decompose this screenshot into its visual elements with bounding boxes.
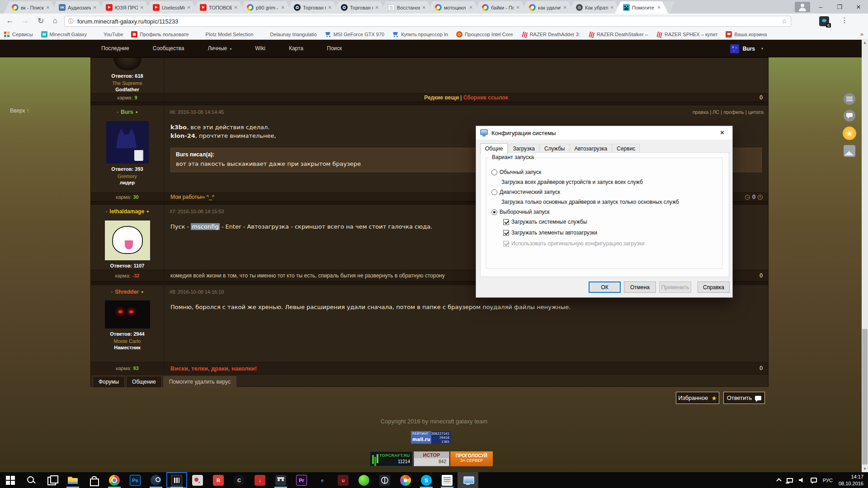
- taskbar-explorer-icon[interactable]: [62, 472, 83, 488]
- thumb-down-icon[interactable]: −: [745, 195, 750, 200]
- taskbar-edge-icon[interactable]: e: [312, 472, 333, 488]
- post-author-name[interactable]: lethaldamage: [109, 208, 144, 215]
- checkbox-load-services[interactable]: [503, 219, 509, 225]
- tab-close-icon[interactable]: ✕: [610, 5, 614, 10]
- browser-tab[interactable]: Торговая п✕: [333, 1, 386, 14]
- tab-general[interactable]: Общие: [480, 143, 508, 154]
- taskbar-taskview-icon[interactable]: [42, 472, 62, 488]
- scroll-down-icon[interactable]: ▼: [862, 466, 868, 472]
- bookmark-item[interactable]: RAZER DeathStalker –: [588, 31, 648, 38]
- bookmark-star-icon[interactable]: ☆: [781, 18, 787, 25]
- radio-selective-startup[interactable]: [491, 209, 497, 215]
- nav-search[interactable]: Поиск: [327, 45, 342, 52]
- tab-close-icon[interactable]: ✕: [328, 5, 332, 10]
- taskbar-globe-icon[interactable]: [374, 472, 395, 488]
- tab-close-icon[interactable]: ✕: [187, 5, 191, 10]
- ok-button[interactable]: ОК: [589, 282, 621, 293]
- nav-map[interactable]: Карта: [289, 45, 303, 52]
- browser-tab[interactable]: ЮЗЯ ПРОТ✕: [98, 1, 151, 14]
- nav-communities[interactable]: Сообщества: [153, 45, 184, 52]
- post-author-name[interactable]: Burs: [121, 109, 133, 115]
- extension-icon[interactable]: 6: [819, 16, 829, 26]
- tray-chevron-up-icon[interactable]: [776, 478, 781, 483]
- taskbar-photoshop-icon[interactable]: Ps: [125, 472, 146, 488]
- checkbox-load-startup-items-label[interactable]: Загружать элементы автозагрузки: [511, 230, 597, 236]
- taskbar-downloader-icon[interactable]: ↓: [250, 472, 270, 488]
- scroll-up-icon[interactable]: ▲: [862, 40, 868, 46]
- home-icon[interactable]: ⌂: [50, 16, 61, 25]
- taskbar-recorder-icon[interactable]: [187, 472, 208, 488]
- minimize-button[interactable]: –: [811, 0, 830, 14]
- mention-name[interactable]: k3bo: [170, 124, 187, 131]
- browser-tab[interactable]: Торговая п✕: [286, 1, 339, 14]
- nav-latest[interactable]: Последние: [101, 45, 129, 52]
- browser-tab[interactable]: p90 grim -✕: [239, 1, 292, 14]
- back-icon[interactable]: ←: [5, 16, 15, 25]
- scrollbar-thumb[interactable]: [862, 329, 868, 465]
- bookmark-item[interactable]: Delaunay triangulatio: [261, 31, 316, 38]
- bookmark-item[interactable]: Сервисы: [4, 31, 33, 38]
- nav-wiki[interactable]: Wiki: [255, 45, 265, 52]
- mention-name[interactable]: klon-24: [170, 132, 195, 139]
- thumb-up-icon[interactable]: +: [758, 195, 763, 200]
- signature-link[interactable]: Сборник ссылок: [463, 94, 508, 101]
- taskbar-discord-icon[interactable]: [270, 472, 291, 488]
- tab-close-icon[interactable]: ✕: [281, 5, 285, 10]
- notifications-icon[interactable]: [811, 478, 817, 483]
- chat-widget-icon[interactable]: [844, 110, 855, 122]
- profile-avatar-icon[interactable]: [795, 2, 810, 12]
- taskbar-raptr-icon[interactable]: R: [208, 472, 229, 488]
- taskbar-chrome-icon[interactable]: [104, 472, 125, 488]
- dialog-titlebar[interactable]: Конфигурация системы: [476, 126, 732, 140]
- tab-close-icon[interactable]: ✕: [516, 5, 520, 10]
- tab-close-icon[interactable]: ✕: [234, 5, 238, 10]
- bookmark-item[interactable]: Профиль пользовате: [131, 31, 189, 38]
- taskbar-premiere-icon[interactable]: Pr: [291, 472, 312, 488]
- user-menu[interactable]: Burs ▾: [730, 40, 763, 57]
- radio-selective-label[interactable]: Выборочный запуск: [500, 209, 550, 215]
- back-to-top-link[interactable]: Вверх ↑: [10, 108, 29, 114]
- scrollbar[interactable]: ▲ ▼: [862, 40, 868, 472]
- list-widget-icon[interactable]: [844, 93, 855, 105]
- browser-tab[interactable]: UselessMo✕: [145, 1, 198, 14]
- star-widget-icon[interactable]: ★: [843, 127, 856, 140]
- topcraft-banner[interactable]: TOPCRAFT.RU 11214: [370, 451, 412, 466]
- radio-diagnostic-startup[interactable]: [491, 189, 497, 195]
- tab-close-icon[interactable]: ✕: [140, 5, 144, 10]
- mailru-counter[interactable]: РЕЙТИНГ mail.ru 306227141 29416 1365: [411, 431, 451, 444]
- bookmark-item[interactable]: Minecraft Galaxy: [41, 31, 87, 38]
- network-icon[interactable]: [787, 478, 793, 483]
- taskbar-mediaget-icon[interactable]: u: [333, 472, 354, 488]
- help-button[interactable]: Справка: [698, 282, 730, 293]
- browser-tab[interactable]: Аудиозапи✕: [51, 1, 104, 14]
- image-widget-icon[interactable]: [844, 145, 855, 157]
- browser-tab[interactable]: как удалит✕: [521, 1, 574, 14]
- bookmarks-overflow-icon[interactable]: »: [860, 31, 863, 38]
- bookmark-item[interactable]: Купить процессор In: [392, 31, 448, 38]
- breadcrumb-general[interactable]: Общение: [126, 376, 162, 387]
- taskbar-pinwheel-icon[interactable]: [395, 472, 416, 488]
- taskbar-video-icon[interactable]: [166, 472, 187, 488]
- checkbox-load-services-label[interactable]: Загружать системные службы: [511, 219, 587, 225]
- tab-close-icon[interactable]: ✕: [422, 5, 426, 10]
- taskbar-start-icon[interactable]: [0, 472, 21, 488]
- language-indicator[interactable]: РУС: [823, 478, 833, 483]
- avatar[interactable]: [106, 121, 149, 164]
- chrome-menu-icon[interactable]: ⋮: [841, 16, 848, 24]
- taskbar-search-icon[interactable]: [21, 472, 42, 488]
- browser-tab[interactable]: мотоцикл✕: [427, 1, 480, 14]
- bookmark-item[interactable]: RAZER SPHEX – купит: [656, 31, 717, 38]
- taskbar-store-icon[interactable]: [83, 472, 104, 488]
- reload-icon[interactable]: ↻: [35, 16, 46, 26]
- tab-close-icon[interactable]: ✕: [563, 5, 567, 10]
- radio-normal-startup[interactable]: [491, 169, 497, 175]
- signature-link[interactable]: Мои работы∞ ^_^: [170, 194, 214, 200]
- bookmark-item[interactable]: Ваша корзина: [726, 31, 767, 38]
- vote-banner[interactable]: ПРОГОЛОСУЙ ЗА СЕРВЕР: [450, 451, 493, 466]
- page-info-icon[interactable]: ⓘ: [68, 18, 74, 25]
- radio-normal-label[interactable]: Обычный запуск: [500, 169, 541, 175]
- bookmark-item[interactable]: MSI GeForce GTX 970: [325, 31, 384, 38]
- close-button[interactable]: ✕: [849, 0, 868, 14]
- tab-close-icon[interactable]: ✕: [375, 5, 379, 10]
- signature-link[interactable]: Редкие вещи: [424, 94, 459, 101]
